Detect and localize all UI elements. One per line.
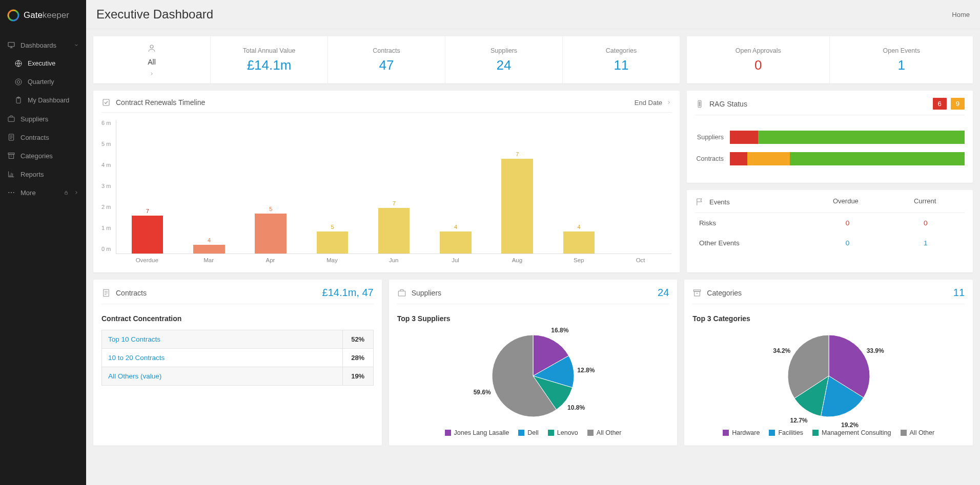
- logo[interactable]: Gatekeeper: [0, 0, 86, 31]
- card-title-text: Contracts: [116, 289, 147, 297]
- rag-bar[interactable]: [730, 131, 965, 144]
- pie-label: 34.2%: [773, 347, 790, 354]
- card-categories: Categories 11 Top 3 Categories 33.9%19.2…: [684, 280, 973, 446]
- sort-dropdown[interactable]: End Date: [635, 99, 671, 107]
- legend-item[interactable]: Hardware: [723, 429, 760, 436]
- table-row[interactable]: All Others (value)19%: [102, 367, 373, 385]
- bar-col[interactable]: 4: [183, 120, 234, 254]
- card-title-text: Suppliers: [412, 289, 441, 297]
- briefcase-icon: [397, 288, 406, 298]
- nav-label: My Dashboard: [28, 97, 69, 104]
- legend-item[interactable]: Management Consulting: [812, 429, 891, 436]
- pie-label: 12.7%: [790, 417, 807, 424]
- checkbox-icon: [101, 98, 111, 107]
- pie-label: 59.6%: [474, 389, 491, 396]
- dots-icon: [7, 188, 15, 197]
- sidebar-item-dashboards[interactable]: Dashboards: [0, 36, 86, 54]
- bar-col[interactable]: 4: [554, 120, 604, 254]
- metric-contracts[interactable]: Contracts47: [328, 36, 445, 83]
- metrics-group-1: All Total Annual Value£14.1m Contracts47…: [93, 36, 680, 83]
- main: Executive Dashboard Home All Total Annua…: [86, 0, 980, 485]
- card-suppliers: Suppliers 24 Top 3 Suppliers 16.8%12.8%1…: [389, 280, 678, 446]
- pie-suppliers: 16.8%12.8%10.8%59.6%: [487, 330, 579, 422]
- metric-categories[interactable]: Categories11: [562, 36, 680, 83]
- metric-open-events[interactable]: Open Events1: [829, 36, 973, 83]
- card-rag-status: RAG Status 6 9 SuppliersContracts: [687, 91, 973, 183]
- home-link[interactable]: Home: [952, 11, 970, 18]
- card-renewals-timeline: Contract Renewals Timeline End Date 6 m5…: [93, 91, 680, 272]
- bar-col[interactable]: 5: [246, 120, 296, 254]
- x-label: Mar: [183, 257, 234, 263]
- pie-label: 12.8%: [577, 367, 595, 374]
- card-title-text: Events: [709, 198, 730, 206]
- page-title: Executive Dashboard: [96, 7, 213, 22]
- sidebar-item-reports[interactable]: Reports: [0, 165, 86, 183]
- events-row[interactable]: Other Events01: [695, 233, 965, 253]
- chart-icon: [7, 170, 15, 178]
- legend-item[interactable]: Facilities: [769, 429, 803, 436]
- sidebar-item-executive[interactable]: Executive: [0, 54, 86, 73]
- card-stat: 24: [658, 287, 669, 299]
- svg-point-15: [150, 45, 153, 48]
- x-label: Overdue: [121, 257, 172, 263]
- table-row[interactable]: Top 10 Contracts52%: [102, 330, 373, 348]
- legend-item[interactable]: Jones Lang Lasalle: [445, 429, 509, 436]
- chevron-right-icon: [666, 100, 671, 105]
- sidebar-item-categories[interactable]: Categories: [0, 146, 86, 165]
- legend-item[interactable]: Lenovo: [548, 429, 578, 436]
- metric-total-annual-value[interactable]: Total Annual Value£14.1m: [210, 36, 328, 83]
- bar-col[interactable]: 4: [430, 120, 481, 254]
- events-row[interactable]: Risks00: [695, 213, 965, 233]
- svg-rect-7: [8, 117, 14, 122]
- svg-point-3: [15, 79, 22, 85]
- target-icon: [14, 78, 23, 86]
- x-label: Sep: [554, 257, 604, 263]
- chevron-right-icon: [149, 71, 154, 76]
- rag-bar[interactable]: [730, 152, 965, 165]
- briefcase-icon: [7, 115, 15, 123]
- table-row[interactable]: 10 to 20 Contracts28%: [102, 348, 373, 367]
- filter-button[interactable]: All: [93, 36, 210, 83]
- metric-suppliers[interactable]: Suppliers24: [445, 36, 562, 83]
- user-icon: [147, 44, 156, 53]
- svg-rect-17: [698, 100, 701, 108]
- document-icon: [101, 288, 111, 298]
- legend-item[interactable]: Dell: [518, 429, 539, 436]
- sidebar-item-suppliers[interactable]: Suppliers: [0, 110, 86, 128]
- col-overdue: Overdue: [806, 197, 886, 206]
- bar-col[interactable]: 7: [369, 120, 419, 254]
- badge-orange[interactable]: 9: [951, 98, 965, 110]
- sidebar-item-more[interactable]: More: [0, 183, 86, 202]
- traffic-light-icon: [695, 99, 704, 109]
- bar-col[interactable]: 5: [307, 120, 358, 254]
- topbar: Executive Dashboard Home: [86, 0, 980, 29]
- card-title-text: Categories: [707, 289, 742, 297]
- bar-col[interactable]: 7: [122, 120, 173, 254]
- clipboard-icon: [14, 96, 23, 104]
- archive-icon: [692, 288, 702, 298]
- legend-item[interactable]: All Other: [901, 429, 935, 436]
- x-label: May: [307, 257, 357, 263]
- badge-red[interactable]: 6: [933, 98, 947, 110]
- pie-label: 19.2%: [841, 421, 859, 429]
- svg-point-18: [699, 101, 700, 102]
- nav-label: Contracts: [21, 134, 49, 141]
- sidebar-item-contracts[interactable]: Contracts: [0, 128, 86, 146]
- subhead: Contract Concentration: [101, 311, 374, 330]
- metrics-group-2: Open Approvals0 Open Events1: [687, 36, 973, 83]
- legend-item[interactable]: All Other: [587, 429, 622, 436]
- nav-label: Executive: [28, 60, 55, 67]
- logo-icon: [7, 9, 19, 22]
- bar-col[interactable]: [615, 120, 666, 254]
- metric-open-approvals[interactable]: Open Approvals0: [687, 36, 830, 83]
- pie-label: 16.8%: [551, 327, 568, 334]
- card-title-text: Contract Renewals Timeline: [116, 98, 205, 107]
- sidebar-item-my-dashboard[interactable]: My Dashboard: [0, 91, 86, 110]
- bar-col[interactable]: 7: [492, 120, 543, 254]
- svg-rect-22: [398, 291, 405, 296]
- subhead: Top 3 Categories: [692, 311, 965, 330]
- x-label: Jun: [369, 257, 419, 263]
- sidebar-item-quarterly[interactable]: Quarterly: [0, 73, 86, 91]
- svg-point-20: [699, 104, 700, 106]
- x-label: Oct: [615, 257, 666, 263]
